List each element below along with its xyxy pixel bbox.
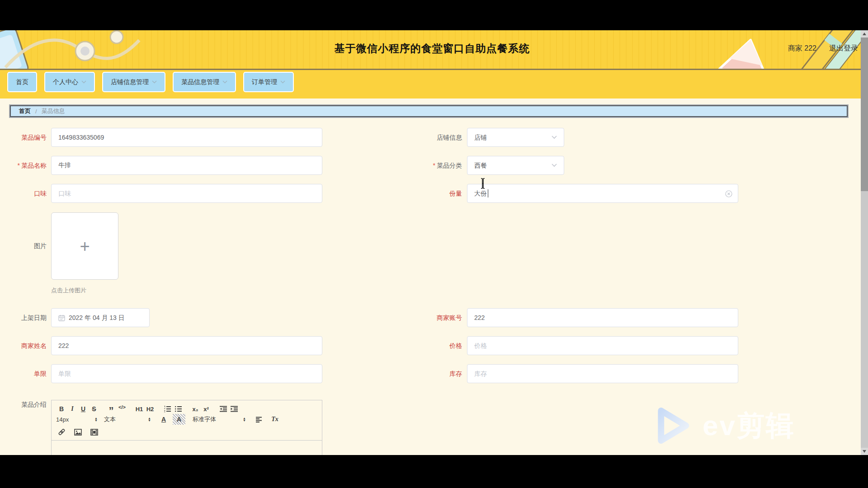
chevron-down-icon [280,80,285,84]
clear-icon[interactable] [725,190,732,197]
updown-arrows-icon: ▲▼ [243,417,246,422]
align-icon[interactable] [253,414,264,425]
sandwich-doodle [719,35,774,69]
ordered-list-icon[interactable] [162,404,173,414]
play-logo-icon [652,405,693,446]
text-caret [488,189,488,197]
logout-link[interactable]: 退出登录 [829,44,858,53]
breadcrumb-separator: / [35,108,37,115]
font-family-select[interactable]: 标准字体 ▲▼ [193,415,246,423]
page-title: 基于微信小程序的食堂窗口自助点餐系统 [335,42,530,56]
image-upload-box[interactable]: + [51,212,118,280]
chevron-down-icon [552,164,557,167]
chevron-down-icon [552,136,557,139]
shelf-date-picker[interactable]: 2022 年 04 月 13 日 [51,308,150,327]
shelf-date-label: 上架日期 [21,308,47,327]
link-icon[interactable] [56,427,67,437]
flavor-input[interactable] [51,184,322,203]
dish-category-label: *菜品分类 [433,156,462,175]
chevron-down-icon [152,80,157,84]
text-color-button[interactable]: A [158,414,169,425]
chevron-down-icon [222,80,227,84]
app-window: 基于微信小程序的食堂窗口自助点餐系统 商家 222 退出登录 首页 个人中心 店… [0,0,868,488]
i-beam-cursor [480,178,486,189]
breadcrumb: 首页 / 菜品信息 [10,105,848,117]
merchant-account-field-label: 商家账号 [437,308,462,327]
bold-button[interactable]: B [56,404,67,414]
required-asterisk: * [18,162,20,169]
updown-arrows-icon: ▲▼ [148,417,151,422]
dish-category-select[interactable]: 西餐 [467,156,564,175]
breadcrumb-home-link[interactable]: 首页 [19,107,31,115]
nav-tab-shop-info-mgmt[interactable]: 店铺信息管理 [102,72,165,92]
header2-button[interactable]: H2 [145,404,156,414]
price-input[interactable] [467,336,738,355]
arrow-down-icon [863,450,866,453]
calendar-icon [58,314,65,321]
chevron-down-icon [81,80,86,84]
outdent-icon[interactable] [218,404,229,414]
nav-tab-dish-info-mgmt[interactable]: 菜品信息管理 [173,72,236,92]
earbud-doodle-2 [110,31,123,43]
code-block-button[interactable]: </> [117,402,127,413]
font-size-select[interactable]: 14px ▲▼ [56,416,98,423]
updown-arrows-icon: ▲▼ [94,417,98,422]
flavor-label: 口味 [34,184,47,203]
image-icon[interactable] [72,427,83,437]
scrollbar-thumb[interactable] [861,38,868,191]
editor-content-area[interactable] [52,441,322,455]
main-content: 首页 / 菜品信息 菜品编号 店铺信息 店铺 *菜品名称 *菜品分类 西餐 口味… [0,99,868,455]
price-label: 价格 [449,336,462,355]
limit-input[interactable] [51,364,322,383]
shop-info-label: 店铺信息 [437,128,462,147]
vertical-scrollbar[interactable] [861,30,868,455]
image-label: 图片 [34,236,47,255]
strikethrough-button[interactable]: S [89,404,99,414]
video-icon[interactable] [89,427,99,437]
shop-info-select[interactable]: 店铺 [467,128,564,147]
dish-name-input[interactable] [51,156,322,175]
dish-name-label: *菜品名称 [18,156,47,175]
letterbox-top [0,0,868,30]
letterbox-bottom [0,455,868,488]
rich-text-editor: B I U S ” </> H1 H2 [51,400,322,455]
app-header: 基于微信小程序的食堂窗口自助点餐系统 商家 222 退出登录 [0,30,868,70]
limit-label: 单限 [34,364,47,383]
arrow-up-icon [863,33,866,35]
merchant-name-input[interactable] [51,336,322,355]
nav-tab-personal-center[interactable]: 个人中心 [44,72,95,92]
nav-tab-home[interactable]: 首页 [7,72,37,92]
underline-button[interactable]: U [78,404,89,414]
dish-number-input[interactable] [51,128,322,147]
dish-intro-label: 菜品介绍 [21,395,47,414]
bullet-list-icon[interactable] [173,404,184,414]
merchant-account-label: 商家 222 [788,44,816,53]
merchant-account-input[interactable] [467,308,738,327]
dish-number-label: 菜品编号 [21,128,47,147]
portion-label: 份量 [449,184,462,203]
required-asterisk: * [433,162,435,169]
plus-icon: + [80,238,90,255]
superscript-button[interactable]: x² [201,404,212,414]
watermark-text: ev剪辑 [703,407,795,445]
text-style-select[interactable]: 文本 ▲▼ [104,415,151,423]
clean-format-button[interactable]: Tx [269,414,280,425]
video-watermark: ev剪辑 [652,405,795,446]
indent-icon[interactable] [229,404,240,414]
scroll-up-button[interactable] [861,30,868,38]
nav-tab-order-mgmt[interactable]: 订单管理 [243,72,294,92]
portion-input[interactable]: 大份 [467,184,738,203]
stock-input[interactable] [467,364,738,383]
background-color-button[interactable]: A [173,414,185,425]
upload-hint: 点击上传图片 [51,286,86,295]
subscript-button[interactable]: x₂ [190,404,201,414]
breadcrumb-current: 菜品信息 [42,107,65,115]
merchant-name-label: 商家姓名 [21,336,47,355]
main-nav: 首页 个人中心 店铺信息管理 菜品信息管理 订单管理 [0,70,868,99]
scroll-down-button[interactable] [861,448,868,455]
header1-button[interactable]: H1 [134,404,145,414]
editor-toolbar: B I U S ” </> H1 H2 [52,400,322,441]
stock-label: 库存 [449,364,462,383]
italic-button[interactable]: I [67,404,78,414]
